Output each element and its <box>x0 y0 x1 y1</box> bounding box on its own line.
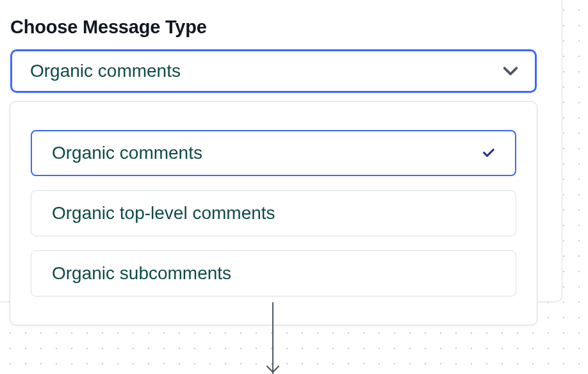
message-type-select[interactable]: Organic comments <box>10 49 537 93</box>
option-label: Organic comments <box>52 143 202 163</box>
option-label: Organic top-level comments <box>52 203 275 224</box>
message-type-field: Choose Message Type Organic comments <box>10 17 537 93</box>
flow-connector-line <box>272 302 274 374</box>
option-organic-top-level-comments[interactable]: Organic top-level comments <box>31 190 516 236</box>
select-value: Organic comments <box>30 61 181 81</box>
option-label: Organic subcomments <box>52 263 231 284</box>
option-organic-subcomments[interactable]: Organic subcomments <box>31 250 516 297</box>
message-type-options-popover: Organic comments Organic top-level comme… <box>10 101 537 325</box>
check-icon <box>481 145 496 161</box>
arrow-down-icon <box>266 365 280 374</box>
field-label: Choose Message Type <box>10 17 537 38</box>
option-organic-comments[interactable]: Organic comments <box>31 130 516 176</box>
chevron-down-icon <box>502 62 519 80</box>
